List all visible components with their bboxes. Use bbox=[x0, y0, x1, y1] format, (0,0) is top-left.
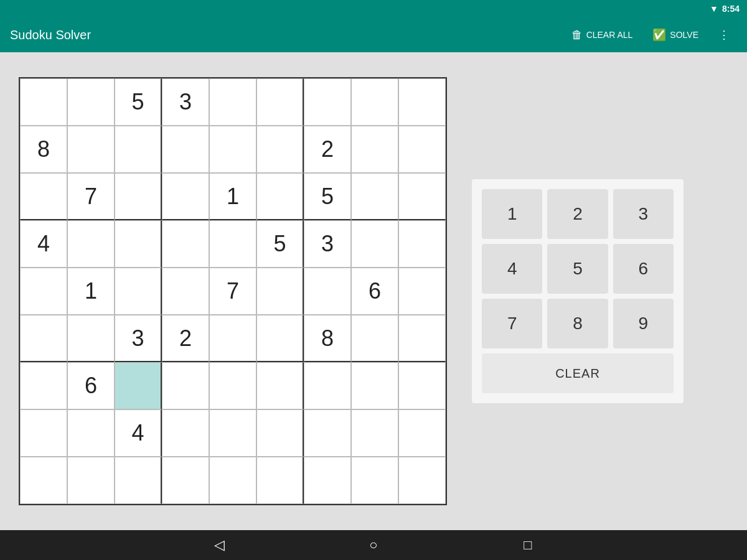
sudoku-cell-50[interactable] bbox=[256, 315, 304, 362]
sudoku-cell-6[interactable] bbox=[304, 78, 351, 126]
sudoku-cell-45[interactable] bbox=[20, 315, 67, 362]
recent-button[interactable]: □ bbox=[513, 530, 543, 560]
numpad-btn-8[interactable]: 8 bbox=[547, 299, 608, 348]
main-content: 538271545317632864 1 2 3 4 5 6 7 8 9 CLE… bbox=[0, 52, 747, 530]
clear-button[interactable]: CLEAR bbox=[482, 353, 674, 393]
nav-bar: ◁ ○ □ bbox=[0, 530, 747, 560]
sudoku-cell-46[interactable] bbox=[67, 315, 115, 362]
sudoku-cell-67[interactable] bbox=[209, 409, 256, 457]
sudoku-cell-72[interactable] bbox=[20, 457, 67, 504]
sudoku-cell-62[interactable] bbox=[398, 362, 446, 409]
sudoku-cell-31[interactable] bbox=[209, 220, 256, 268]
sudoku-cell-75[interactable] bbox=[162, 457, 209, 504]
back-button[interactable]: ◁ bbox=[204, 530, 234, 560]
sudoku-cell-19[interactable]: 7 bbox=[67, 173, 115, 220]
more-options-button[interactable]: ⋮ bbox=[711, 23, 737, 47]
numpad-btn-4[interactable]: 4 bbox=[482, 244, 542, 294]
sudoku-cell-23[interactable] bbox=[256, 173, 304, 220]
sudoku-cell-71[interactable] bbox=[398, 409, 446, 457]
sudoku-cell-80[interactable] bbox=[398, 457, 446, 504]
sudoku-cell-15[interactable]: 2 bbox=[304, 126, 351, 173]
sudoku-cell-78[interactable] bbox=[304, 457, 351, 504]
sudoku-cell-39[interactable] bbox=[162, 268, 209, 315]
numpad-btn-3[interactable]: 3 bbox=[613, 189, 674, 239]
sudoku-cell-65[interactable]: 4 bbox=[115, 409, 162, 457]
sudoku-cell-18[interactable] bbox=[20, 173, 67, 220]
sudoku-cell-48[interactable]: 2 bbox=[162, 315, 209, 362]
sudoku-cell-17[interactable] bbox=[398, 126, 446, 173]
sudoku-cell-56[interactable] bbox=[115, 362, 162, 409]
sudoku-cell-26[interactable] bbox=[398, 173, 446, 220]
sudoku-cell-79[interactable] bbox=[351, 457, 398, 504]
sudoku-cell-40[interactable]: 7 bbox=[209, 268, 256, 315]
sudoku-cell-37[interactable]: 1 bbox=[67, 268, 115, 315]
sudoku-cell-70[interactable] bbox=[351, 409, 398, 457]
sudoku-cell-43[interactable]: 6 bbox=[351, 268, 398, 315]
sudoku-cell-30[interactable] bbox=[162, 220, 209, 268]
sudoku-cell-32[interactable]: 5 bbox=[256, 220, 304, 268]
sudoku-cell-47[interactable]: 3 bbox=[115, 315, 162, 362]
numpad-btn-9[interactable]: 9 bbox=[613, 299, 674, 348]
numpad-btn-2[interactable]: 2 bbox=[547, 189, 608, 239]
sudoku-cell-57[interactable] bbox=[162, 362, 209, 409]
sudoku-cell-49[interactable] bbox=[209, 315, 256, 362]
sudoku-cell-60[interactable] bbox=[304, 362, 351, 409]
sudoku-cell-27[interactable]: 4 bbox=[20, 220, 67, 268]
sudoku-cell-77[interactable] bbox=[256, 457, 304, 504]
sudoku-cell-3[interactable]: 3 bbox=[162, 78, 209, 126]
sudoku-cell-61[interactable] bbox=[351, 362, 398, 409]
sudoku-cell-44[interactable] bbox=[398, 268, 446, 315]
sudoku-cell-7[interactable] bbox=[351, 78, 398, 126]
sudoku-cell-69[interactable] bbox=[304, 409, 351, 457]
sudoku-cell-68[interactable] bbox=[256, 409, 304, 457]
sudoku-cell-10[interactable] bbox=[67, 126, 115, 173]
sudoku-cell-76[interactable] bbox=[209, 457, 256, 504]
sudoku-cell-42[interactable] bbox=[304, 268, 351, 315]
sudoku-cell-0[interactable] bbox=[20, 78, 67, 126]
sudoku-cell-41[interactable] bbox=[256, 268, 304, 315]
sudoku-cell-33[interactable]: 3 bbox=[304, 220, 351, 268]
sudoku-cell-9[interactable]: 8 bbox=[20, 126, 67, 173]
sudoku-cell-54[interactable] bbox=[20, 362, 67, 409]
sudoku-cell-24[interactable]: 5 bbox=[304, 173, 351, 220]
sudoku-cell-51[interactable]: 8 bbox=[304, 315, 351, 362]
home-button[interactable]: ○ bbox=[359, 530, 388, 560]
numpad-btn-7[interactable]: 7 bbox=[482, 299, 542, 348]
numpad-btn-5[interactable]: 5 bbox=[547, 244, 608, 294]
app-bar: Sudoku Solver 🗑 CLEAR ALL ✅ SOLVE ⋮ bbox=[0, 17, 747, 52]
numpad-btn-1[interactable]: 1 bbox=[482, 189, 542, 239]
sudoku-cell-21[interactable] bbox=[162, 173, 209, 220]
sudoku-cell-74[interactable] bbox=[115, 457, 162, 504]
sudoku-cell-55[interactable]: 6 bbox=[67, 362, 115, 409]
sudoku-cell-64[interactable] bbox=[67, 409, 115, 457]
sudoku-cell-53[interactable] bbox=[398, 315, 446, 362]
sudoku-cell-73[interactable] bbox=[67, 457, 115, 504]
sudoku-cell-29[interactable] bbox=[115, 220, 162, 268]
sudoku-cell-11[interactable] bbox=[115, 126, 162, 173]
sudoku-cell-58[interactable] bbox=[209, 362, 256, 409]
sudoku-cell-4[interactable] bbox=[209, 78, 256, 126]
sudoku-cell-66[interactable] bbox=[162, 409, 209, 457]
sudoku-cell-2[interactable]: 5 bbox=[115, 78, 162, 126]
sudoku-cell-20[interactable] bbox=[115, 173, 162, 220]
solve-button[interactable]: ✅ SOLVE bbox=[645, 23, 706, 47]
sudoku-cell-14[interactable] bbox=[256, 126, 304, 173]
sudoku-cell-22[interactable]: 1 bbox=[209, 173, 256, 220]
sudoku-cell-59[interactable] bbox=[256, 362, 304, 409]
sudoku-cell-36[interactable] bbox=[20, 268, 67, 315]
sudoku-cell-28[interactable] bbox=[67, 220, 115, 268]
sudoku-cell-52[interactable] bbox=[351, 315, 398, 362]
sudoku-cell-13[interactable] bbox=[209, 126, 256, 173]
sudoku-cell-8[interactable] bbox=[398, 78, 446, 126]
sudoku-cell-38[interactable] bbox=[115, 268, 162, 315]
sudoku-cell-16[interactable] bbox=[351, 126, 398, 173]
sudoku-cell-35[interactable] bbox=[398, 220, 446, 268]
sudoku-cell-1[interactable] bbox=[67, 78, 115, 126]
sudoku-cell-12[interactable] bbox=[162, 126, 209, 173]
sudoku-cell-5[interactable] bbox=[256, 78, 304, 126]
sudoku-cell-34[interactable] bbox=[351, 220, 398, 268]
numpad-btn-6[interactable]: 6 bbox=[613, 244, 674, 294]
sudoku-cell-63[interactable] bbox=[20, 409, 67, 457]
clear-all-button[interactable]: 🗑 CLEAR ALL bbox=[564, 24, 641, 47]
sudoku-cell-25[interactable] bbox=[351, 173, 398, 220]
